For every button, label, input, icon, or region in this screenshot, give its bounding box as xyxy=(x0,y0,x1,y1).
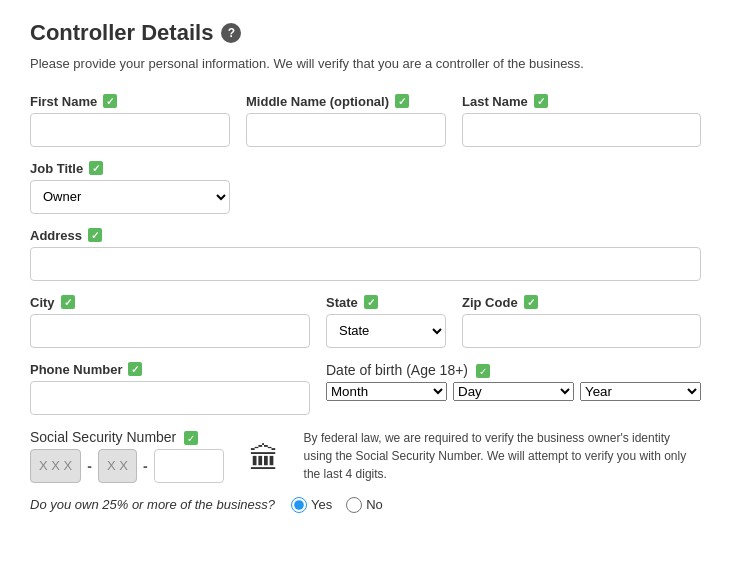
no-label: No xyxy=(366,497,383,512)
last-name-input[interactable] xyxy=(462,113,701,147)
dob-selects: Month JanuaryFebruaryMarch AprilMayJune … xyxy=(326,382,701,401)
address-row: Address xyxy=(30,228,701,281)
address-input[interactable] xyxy=(30,247,701,281)
middle-name-check-icon xyxy=(395,94,409,108)
ssn-notice: By federal law, we are required to verif… xyxy=(304,429,701,483)
yes-radio-label[interactable]: Yes xyxy=(291,497,332,513)
month-select[interactable]: Month JanuaryFebruaryMarch AprilMayJune … xyxy=(326,382,447,401)
first-name-check-icon xyxy=(103,94,117,108)
ssn-group: Social Security Number X X X - X X - xyxy=(30,429,224,483)
day-select[interactable]: Day 1234 5678 9101112 13141516 17181920 … xyxy=(453,382,574,401)
bank-icon: 🏛 xyxy=(244,439,284,479)
ssn-dash1: - xyxy=(87,458,92,474)
middle-name-label: Middle Name (optional) xyxy=(246,94,446,109)
job-title-label: Job Title xyxy=(30,161,230,176)
page-title: Controller Details ? xyxy=(30,20,701,46)
phone-group: Phone Number xyxy=(30,362,310,415)
last-name-check-icon xyxy=(534,94,548,108)
phone-dob-row: Phone Number Date of birth (Age 18+) Mon… xyxy=(30,362,701,415)
yes-label: Yes xyxy=(311,497,332,512)
ssn-inputs: X X X - X X - xyxy=(30,449,224,483)
no-radio-label[interactable]: No xyxy=(346,497,383,513)
city-label: City xyxy=(30,295,310,310)
ownership-radio-group: Yes No xyxy=(291,497,383,513)
job-title-select[interactable]: Owner CEO CFO President Vice President M… xyxy=(30,180,230,214)
name-row: First Name Middle Name (optional) Last N… xyxy=(30,94,701,147)
address-check-icon xyxy=(88,228,102,242)
no-radio[interactable] xyxy=(346,497,362,513)
ssn-label: Social Security Number xyxy=(30,429,224,445)
state-check-icon xyxy=(364,295,378,309)
zip-input[interactable] xyxy=(462,314,701,348)
zip-check-icon xyxy=(524,295,538,309)
zip-group: Zip Code xyxy=(462,295,701,348)
yes-radio[interactable] xyxy=(291,497,307,513)
phone-check-icon xyxy=(128,362,142,376)
state-group: State State ALAKAZAR CACOCTDE FLGAHIID I… xyxy=(326,295,446,348)
middle-name-input[interactable] xyxy=(246,113,446,147)
ownership-row: Do you own 25% or more of the business? … xyxy=(30,497,701,513)
ssn-last4-input[interactable] xyxy=(154,449,224,483)
job-title-group: Job Title Owner CEO CFO President Vice P… xyxy=(30,161,230,214)
city-state-zip-row: City State State ALAKAZAR CACOCTDE FLGAH… xyxy=(30,295,701,348)
first-name-group: First Name xyxy=(30,94,230,147)
address-label: Address xyxy=(30,228,701,243)
ssn-row: Social Security Number X X X - X X - 🏛 B… xyxy=(30,429,701,483)
state-label: State xyxy=(326,295,446,310)
ssn-part1: X X X xyxy=(30,449,81,483)
dob-group: Date of birth (Age 18+) Month JanuaryFeb… xyxy=(326,362,701,401)
address-group: Address xyxy=(30,228,701,281)
ssn-check-icon xyxy=(184,431,198,445)
title-text: Controller Details xyxy=(30,20,213,46)
help-icon[interactable]: ? xyxy=(221,23,241,43)
phone-input[interactable] xyxy=(30,381,310,415)
last-name-label: Last Name xyxy=(462,94,701,109)
page-subtitle: Please provide your personal information… xyxy=(30,54,701,74)
city-group: City xyxy=(30,295,310,348)
phone-label: Phone Number xyxy=(30,362,310,377)
job-title-check-icon xyxy=(89,161,103,175)
city-check-icon xyxy=(61,295,75,309)
ssn-part2: X X xyxy=(98,449,137,483)
year-select[interactable]: Year 20082007200620052004200320022001200… xyxy=(580,382,701,401)
ownership-question: Do you own 25% or more of the business? xyxy=(30,497,275,512)
dob-label: Date of birth (Age 18+) xyxy=(326,362,701,378)
state-select[interactable]: State ALAKAZAR CACOCTDE FLGAHIID ILINIAK… xyxy=(326,314,446,348)
job-title-row: Job Title Owner CEO CFO President Vice P… xyxy=(30,161,701,214)
first-name-label: First Name xyxy=(30,94,230,109)
city-input[interactable] xyxy=(30,314,310,348)
dob-check-icon xyxy=(476,364,490,378)
middle-name-group: Middle Name (optional) xyxy=(246,94,446,147)
first-name-input[interactable] xyxy=(30,113,230,147)
ssn-dash2: - xyxy=(143,458,148,474)
last-name-group: Last Name xyxy=(462,94,701,147)
zip-label: Zip Code xyxy=(462,295,701,310)
